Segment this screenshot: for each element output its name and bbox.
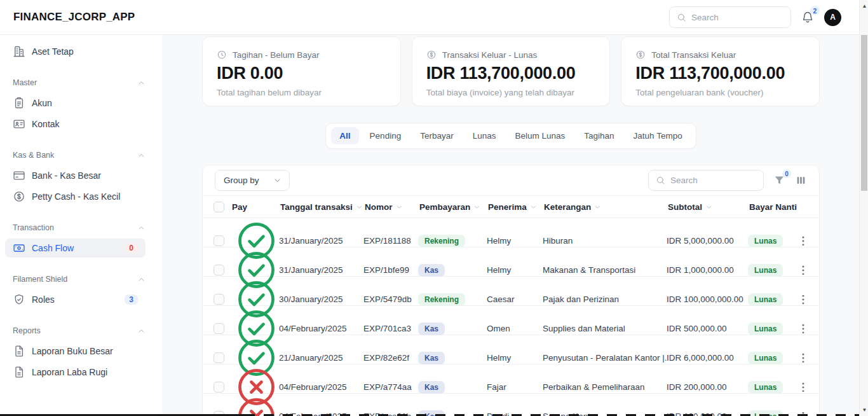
global-search-input[interactable] bbox=[691, 13, 783, 22]
x-circle-icon[interactable] bbox=[234, 394, 279, 416]
shield-check-icon bbox=[13, 293, 25, 306]
sidebar-item[interactable]: Petty Cash - Kas Kecil bbox=[5, 187, 146, 206]
group-by-select[interactable]: Group by bbox=[215, 170, 290, 191]
global-search[interactable] bbox=[669, 6, 791, 28]
select-all-checkbox[interactable] bbox=[214, 202, 224, 212]
row-checkbox[interactable] bbox=[214, 265, 224, 275]
stat-card-value: IDR 113,700,000.00 bbox=[635, 64, 805, 83]
sort-chevron-icon[interactable] bbox=[594, 204, 601, 211]
filter-tab[interactable]: Pending bbox=[362, 127, 410, 144]
column-header[interactable]: Bayar Nanti bbox=[748, 202, 796, 212]
table-row[interactable]: 04/February/2025 EXP/ace21b Kas Dandi Sa… bbox=[203, 394, 819, 416]
main-content: Tagihan - Belum Bayar IDR 0.00 Total tag… bbox=[162, 35, 859, 416]
clock-icon bbox=[217, 50, 227, 60]
cell-tanggal-transaksi: 04/February/2025 bbox=[279, 324, 363, 333]
page-scrollbar-thumb[interactable] bbox=[861, 35, 867, 191]
filter-tab[interactable]: Lunas bbox=[465, 127, 505, 144]
sidebar-section-label: Transaction bbox=[13, 223, 54, 232]
stat-card-value: IDR 0.00 bbox=[217, 64, 386, 83]
filter-button[interactable]: 0 bbox=[773, 174, 785, 186]
filter-tab[interactable]: Jatuh Tempo bbox=[625, 127, 691, 144]
table-row[interactable]: 21/January/2025 EXP/82e62f Kas Helmy Pen… bbox=[203, 335, 819, 364]
transactions-table-card: Group by 0 bbox=[202, 165, 820, 416]
table-row[interactable]: 04/February/2025 EXP/701ca3 Kas Omen Sup… bbox=[203, 306, 819, 335]
stat-card-subtitle: Total tagihan belum dibayar bbox=[217, 88, 386, 97]
row-checkbox[interactable] bbox=[214, 235, 224, 246]
avatar[interactable]: A bbox=[824, 9, 841, 26]
filter-tab[interactable]: Terbayar bbox=[412, 127, 462, 144]
column-header[interactable]: Subtotal bbox=[667, 202, 748, 212]
column-header[interactable]: Tanggal transaksi bbox=[279, 202, 363, 212]
page-scroll-up-arrow[interactable]: ▲ bbox=[860, 2, 868, 10]
notifications-button[interactable]: 2 bbox=[801, 11, 814, 24]
cell-tanggal-transaksi: 30/January/2025 bbox=[279, 295, 363, 304]
stat-card-subtitle: Total pengeluaran bank (voucher) bbox=[635, 88, 805, 97]
table-search[interactable] bbox=[648, 170, 764, 191]
filter-tab[interactable]: Tagihan bbox=[576, 127, 622, 144]
table-search-input[interactable] bbox=[670, 176, 756, 185]
row-checkbox[interactable] bbox=[214, 352, 224, 363]
sidebar-item-label: Bank - Kas Besar bbox=[32, 170, 101, 181]
app-window: FINANCE_JCORP_APP 2 A Aset Tetap Master bbox=[0, 0, 868, 416]
sidebar-item[interactable]: Laporan Buku Besar bbox=[5, 342, 146, 361]
sidebar-section-header[interactable]: Reports bbox=[13, 326, 146, 335]
row-checkbox[interactable] bbox=[214, 294, 224, 305]
sidebar-section-header[interactable]: Master bbox=[13, 78, 146, 87]
sort-chevron-icon[interactable] bbox=[356, 204, 363, 211]
cell-tanggal-transaksi: 31/January/2025 bbox=[279, 236, 363, 246]
sort-chevron-icon[interactable] bbox=[473, 204, 480, 211]
sidebar-item[interactable]: Akun bbox=[5, 94, 146, 113]
column-header[interactable]: Nomor bbox=[363, 202, 418, 212]
dollar-circle-icon bbox=[13, 190, 25, 203]
row-actions-kebab-icon[interactable] bbox=[796, 234, 810, 248]
table-row[interactable]: 30/January/2025 EXP/5479db Rekening Caes… bbox=[203, 277, 819, 306]
row-actions-kebab-icon[interactable] bbox=[796, 380, 810, 394]
stat-card-title: Transaksi Keluar - Lunas bbox=[442, 50, 538, 60]
sidebar-section-header[interactable]: Transaction bbox=[13, 223, 146, 232]
cell-keterangan: Supplies dan Material bbox=[543, 324, 667, 333]
sort-chevron-icon[interactable] bbox=[705, 204, 712, 211]
row-actions-kebab-icon[interactable] bbox=[796, 351, 810, 365]
sidebar-item[interactable]: Kontak bbox=[5, 114, 146, 134]
document-icon bbox=[13, 366, 25, 378]
column-header[interactable]: Penerima bbox=[487, 202, 543, 212]
stat-card-subtitle: Total biaya (invoice) yang telah dibayar bbox=[426, 88, 596, 97]
clipboard-icon bbox=[13, 97, 25, 109]
page-scroll-down-arrow[interactable]: ▼ bbox=[860, 406, 868, 414]
cell-tanggal-transaksi: 21/January/2025 bbox=[279, 353, 363, 363]
cell-keterangan: Pajak dan Perizinan bbox=[543, 295, 667, 304]
toggle-columns-button[interactable] bbox=[795, 174, 807, 186]
column-header[interactable]: Keterangan bbox=[543, 202, 667, 212]
row-actions-kebab-icon[interactable] bbox=[796, 263, 810, 277]
sidebar-section-label: Filament Shield bbox=[13, 275, 67, 284]
table-row[interactable]: 04/February/2025 EXP/a774aa Kas Fajar Pe… bbox=[203, 364, 819, 394]
cell-tanggal-transaksi: 04/February/2025 bbox=[279, 382, 363, 392]
pembayaran-badge: Kas bbox=[418, 352, 445, 364]
row-actions-kebab-icon[interactable] bbox=[796, 293, 810, 307]
filter-tab[interactable]: Belum Lunas bbox=[506, 127, 573, 144]
row-checkbox[interactable] bbox=[214, 382, 224, 392]
sidebar-item[interactable]: Cash Flow 0 bbox=[5, 239, 146, 258]
table-row[interactable]: 31/January/2025 EXP/1bfe99 Kas Helmy Mak… bbox=[203, 247, 819, 277]
cell-nomor: EXP/701ca3 bbox=[363, 324, 418, 333]
sort-chevron-icon[interactable] bbox=[396, 204, 403, 211]
stat-card-value: IDR 113,700,000.00 bbox=[426, 64, 596, 83]
bayar-nanti-badge: Lunas bbox=[748, 293, 783, 306]
filter-tab[interactable]: All bbox=[331, 127, 358, 144]
stat-card: Tagihan - Belum Bayar IDR 0.00 Total tag… bbox=[202, 36, 401, 106]
cell-nomor: EXP/1bfe99 bbox=[363, 265, 418, 275]
row-actions-kebab-icon[interactable] bbox=[796, 322, 810, 336]
column-header[interactable]: Pembayaran bbox=[418, 202, 487, 212]
sidebar-section-header[interactable]: Kas & Bank bbox=[13, 151, 146, 160]
sort-chevron-icon[interactable] bbox=[530, 204, 537, 211]
table-row[interactable]: 31/January/2025 EXP/181188 Rekening Helm… bbox=[203, 218, 819, 247]
sidebar-item[interactable]: Roles 3 bbox=[5, 290, 146, 309]
column-header[interactable]: Pay bbox=[231, 202, 279, 212]
cell-nomor: EXP/a774aa bbox=[363, 382, 418, 392]
cell-nomor: EXP/82e62f bbox=[363, 353, 418, 363]
sidebar-item[interactable]: Laporan Laba Rugi bbox=[5, 363, 146, 382]
sidebar-item[interactable]: Bank - Kas Besar bbox=[5, 166, 146, 185]
sidebar-section-header[interactable]: Filament Shield bbox=[13, 275, 146, 284]
sidebar-item[interactable]: Aset Tetap bbox=[5, 42, 146, 61]
row-checkbox[interactable] bbox=[214, 323, 224, 334]
